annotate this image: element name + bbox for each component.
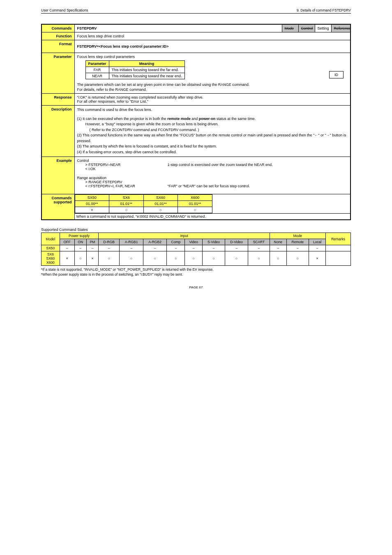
page-number: PAGE 67: [41, 286, 351, 289]
label-format: Format: [42, 40, 74, 53]
function-text: Focus lens step drive control: [74, 32, 350, 40]
id-box: ID: [329, 71, 344, 78]
desc-l1f: However, a "busy" response is given whil…: [85, 122, 348, 127]
response-body: "i:OK" is returned when zooming was comp…: [74, 94, 350, 106]
example-r1: > RANGE FSTEPDRV: [85, 180, 168, 184]
param-r1p: FAR: [85, 67, 109, 73]
desc-l2: (2) This command functions in the same w…: [77, 133, 348, 144]
badge-control: Control: [298, 24, 315, 32]
param-r2p: NEAR: [85, 73, 109, 79]
desc-l3: (3) The amount by which the lens is focu…: [77, 144, 348, 150]
command-spec-table: Commands FSTEPDRV Mode Control Setting R…: [41, 24, 351, 220]
desc-l4: (4) If a focusing error occurs, step dri…: [77, 150, 348, 155]
response-l1: "i:OK" is returned when zooming was comp…: [77, 95, 348, 99]
foot1: *If a state is not supported, "INVALID_M…: [41, 267, 351, 272]
label-description: Description: [42, 106, 74, 157]
param-hdr-p: Parameter: [85, 61, 109, 67]
command-title: FSTEPDRV: [74, 24, 282, 32]
badge-setting: Setting: [315, 24, 331, 32]
page-header: User Command Specifications 9. Details o…: [41, 8, 351, 14]
param-r1m: This initiates focusing toward the far e…: [109, 67, 184, 73]
param-intro: Focus lens step control parameters: [77, 55, 348, 59]
label-commands: Commands: [42, 24, 74, 32]
example-range-t: Range acquisition: [77, 176, 348, 180]
example-body: Control > FSTEPDRV=NEAR < i:OK 1-step co…: [74, 157, 350, 194]
states-title: Supported Command States: [41, 228, 351, 232]
example-r2: < r:FSTEPDRV=I, FAR, NEAR: [85, 184, 168, 188]
param-hdr-m: Meaning: [109, 61, 184, 67]
desc-l0: This command is used to drive the focus …: [77, 107, 348, 113]
example-c2: < i:OK: [85, 167, 168, 171]
format-text: FSTEPDRV=<Focus lens step control parame…: [74, 40, 350, 53]
description-body: This command is used to drive the focus …: [74, 106, 350, 157]
desc-l1g: ( Refer to the ZCONTDRV command and FCON…: [90, 127, 348, 133]
example-note1: 1-step control is exercised over the zoo…: [168, 163, 348, 171]
param-r2m: This initiates focusing toward the near …: [109, 73, 184, 79]
label-example: Example: [42, 157, 74, 194]
desc-l1: (1) It can be executed when the projecto…: [77, 116, 348, 122]
foot2: *When the power supply state is in the p…: [41, 272, 351, 277]
header-right: 9. Details of command FSTEPDRV: [297, 8, 351, 12]
label-function: Function: [42, 32, 74, 40]
parameter-body: Focus lens step control parameters ID Pa…: [74, 53, 350, 94]
label-parameter: Parameter: [42, 53, 74, 94]
cmd-supp-note: When a command is not supported, "e:0002…: [75, 213, 350, 219]
header-left: User Command Specifications: [41, 8, 88, 12]
label-response: Response: [42, 94, 74, 106]
label-commands-supported: Commands supported: [42, 194, 74, 220]
param-post2: For details, refer to the RANGE command.: [77, 88, 348, 92]
param-table: ParameterMeaning FARThis initiates focus…: [85, 60, 185, 79]
example-ctrl: Control: [77, 159, 348, 163]
footnotes: *If a state is not supported, "INVALID_M…: [41, 267, 351, 277]
states-table: Model Power supply Input Mode Remarks OF…: [41, 233, 351, 266]
param-post1: The parameters which can be set at any g…: [77, 83, 348, 87]
table-row: SX6 SX60 X600 ×○× ○○○ ○○○ ○○○ ○×: [42, 251, 351, 266]
cmd-supp-body: SX50 SX6 SX60 X600 01.00** 01.01** 01.01…: [74, 194, 350, 220]
badge-mode: Mode: [282, 24, 298, 32]
response-l2: For all other responses, refer to "Error…: [77, 99, 348, 104]
example-note2: "FAR" or "NEAR" can be set for focus ste…: [168, 180, 348, 188]
example-c1: > FSTEPDRV=NEAR: [85, 163, 168, 167]
cmd-supp-table: SX50 SX6 SX60 X600 01.00** 01.01** 01.01…: [75, 194, 212, 213]
table-row: SX50 ––– ––– ––– ––– ––: [42, 245, 351, 251]
badge-reference: Reference: [331, 24, 350, 32]
